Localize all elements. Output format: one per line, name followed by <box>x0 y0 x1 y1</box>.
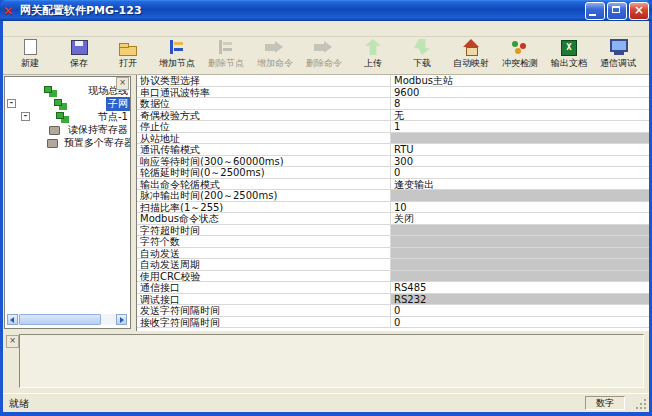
property-row[interactable]: 停止位 1 <box>137 121 649 133</box>
scroll-left-icon[interactable] <box>7 314 18 325</box>
titlebar[interactable]: ✕ 网关配置软件PMG-123 <box>0 0 652 21</box>
property-row[interactable]: 轮循延时时间(0～2500ms) 0 <box>137 167 649 179</box>
toolbar-button[interactable]: 下载 <box>399 38 445 70</box>
property-row[interactable]: 数据位 8 <box>137 98 649 110</box>
property-row[interactable]: 通信接口 RS485 <box>137 282 649 294</box>
maximize-button[interactable] <box>607 2 627 20</box>
property-label: 接收字符间隔时间 <box>137 317 390 328</box>
toolbar-button[interactable]: 上传 <box>350 38 396 70</box>
property-row[interactable]: 字符超时时间 <box>137 225 649 237</box>
toolbar-icon <box>508 39 532 56</box>
close-button[interactable] <box>629 2 649 20</box>
property-value[interactable] <box>390 248 649 259</box>
property-value[interactable] <box>390 259 649 270</box>
property-row[interactable]: 奇偶校验方式 无 <box>137 110 649 122</box>
property-label: 停止位 <box>137 121 390 132</box>
property-row[interactable]: 响应等待时间(300～60000ms) 300 <box>137 156 649 168</box>
property-value[interactable]: 300 <box>390 156 649 167</box>
property-value[interactable]: 1 <box>390 121 649 132</box>
toolbar-button[interactable]: 新建 <box>7 38 53 70</box>
toolbar-button[interactable]: 增加节点 <box>154 38 200 70</box>
output-panel: × <box>3 331 649 393</box>
property-value[interactable]: 关闭 <box>390 213 649 224</box>
toolbar-button[interactable]: 冲突检测 <box>497 38 543 70</box>
toolbar-button[interactable]: 删除命令 <box>301 38 347 70</box>
property-value[interactable]: 逢变输出 <box>390 179 649 190</box>
property-row[interactable]: 自动发送 <box>137 248 649 260</box>
property-row[interactable]: 通讯传输模式 RTU <box>137 144 649 156</box>
status-text: 就绪 <box>9 397 29 411</box>
property-label: 自动发送 <box>137 248 390 259</box>
property-value[interactable]: 9600 <box>390 87 649 98</box>
main-area: × 现场总线 - 子网 - <box>3 75 649 331</box>
toolbar-icon <box>312 39 336 56</box>
close-output-icon[interactable]: × <box>6 335 19 348</box>
property-label: 数据位 <box>137 98 390 109</box>
property-row[interactable]: 脉冲输出时间(200～2500ms) <box>137 190 649 202</box>
property-row[interactable]: 串口通讯波特率 9600 <box>137 87 649 99</box>
property-value[interactable]: RS485 <box>390 282 649 293</box>
toolbar-icon <box>18 39 42 56</box>
property-label: 通信接口 <box>137 282 390 293</box>
toolbar-button[interactable]: 打开 <box>105 38 151 70</box>
property-value[interactable]: 无 <box>390 110 649 121</box>
toolbar-icon <box>606 39 630 56</box>
expander-icon[interactable]: - <box>7 99 16 108</box>
minimize-button[interactable] <box>585 2 605 20</box>
property-row[interactable]: 接收字符间隔时间 0 <box>137 317 649 329</box>
property-value[interactable] <box>390 133 649 144</box>
property-row[interactable]: 发送字符间隔时间 0 <box>137 305 649 317</box>
toolbar-button[interactable]: 通信调试 <box>595 38 641 70</box>
tree-panel: × 现场总线 - 子网 - <box>3 75 133 331</box>
property-label: 通讯传输模式 <box>137 144 390 155</box>
property-value[interactable]: 10 <box>390 202 649 213</box>
property-value[interactable]: 0 <box>390 317 649 328</box>
property-row[interactable]: 扫描比率(1～255) 10 <box>137 202 649 214</box>
property-value[interactable] <box>390 225 649 236</box>
tree-item[interactable]: 预置多个寄存器 <box>35 136 130 149</box>
property-row[interactable]: 调试接口 RS232 <box>137 294 649 306</box>
property-row[interactable]: 使用CRC校验 <box>137 271 649 283</box>
property-row[interactable]: 字符个数 <box>137 236 649 248</box>
property-row[interactable]: 输出命令轮循模式 逢变输出 <box>137 179 649 191</box>
toolbar-button[interactable]: 保存 <box>56 38 102 70</box>
toolbar-button[interactable]: 删除节点 <box>203 38 249 70</box>
scrollbar-track[interactable] <box>18 314 116 325</box>
property-row[interactable]: 自动发送周期 <box>137 259 649 271</box>
horizontal-scrollbar[interactable] <box>7 314 127 325</box>
tree-item[interactable]: - 节点-1 <box>21 110 130 123</box>
property-row[interactable]: Modbus命令状态 关闭 <box>137 213 649 225</box>
tree-item[interactable]: 读保持寄存器 <box>35 123 130 136</box>
property-value[interactable]: 0 <box>390 305 649 316</box>
toolbar-button-label: 下载 <box>401 57 443 70</box>
property-label: 输出命令轮循模式 <box>137 179 390 190</box>
property-label: Modbus命令状态 <box>137 213 390 224</box>
property-value[interactable] <box>390 236 649 247</box>
property-value[interactable] <box>390 190 649 201</box>
expander-icon[interactable]: - <box>21 112 30 121</box>
property-row[interactable]: 从站地址 <box>137 133 649 145</box>
property-label: 串口通讯波特率 <box>137 87 390 98</box>
property-row[interactable]: 协议类型选择 Modbus主站 <box>137 75 649 87</box>
resize-grip[interactable] <box>635 398 647 410</box>
property-value[interactable]: 0 <box>390 167 649 178</box>
property-value[interactable]: RTU <box>390 144 649 155</box>
tree-item[interactable]: - 子网 <box>7 97 130 110</box>
toolbar-button-label: 输出文档 <box>548 57 590 70</box>
toolbar-icon <box>67 39 91 56</box>
property-label: 响应等待时间(300～60000ms) <box>137 156 390 167</box>
scrollbar-thumb[interactable] <box>19 314 101 325</box>
tree-item-label: 子网 <box>106 97 130 111</box>
property-value[interactable]: Modbus主站 <box>390 75 649 86</box>
property-value[interactable] <box>390 271 649 282</box>
property-value[interactable]: 8 <box>390 98 649 109</box>
toolbar-button[interactable]: 输出文档 <box>546 38 592 70</box>
toolbar-button[interactable]: 增加命令 <box>252 38 298 70</box>
toolbar-button[interactable]: 自动映射 <box>448 38 494 70</box>
property-value[interactable]: RS232 <box>390 294 649 305</box>
tree-item[interactable]: 现场总线 <box>7 84 130 97</box>
statusbar: 就绪 数字 <box>3 393 649 412</box>
scroll-right-icon[interactable] <box>116 314 127 325</box>
property-label: 自动发送周期 <box>137 259 390 270</box>
close-pane-icon[interactable]: × <box>116 77 129 90</box>
